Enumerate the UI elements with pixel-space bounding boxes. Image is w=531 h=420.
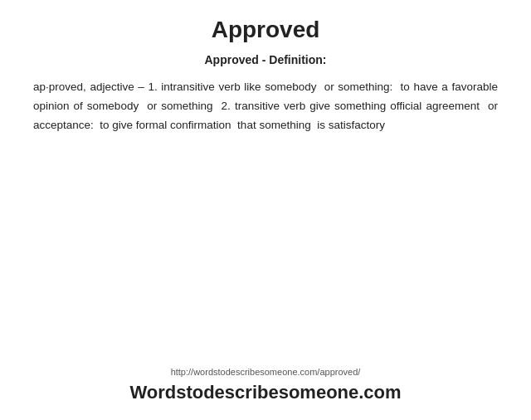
definition-body: ap·proved, adjective – 1. intransitive v… <box>33 78 498 135</box>
main-title: Approved <box>212 17 320 43</box>
definition-heading: Approved - Definition: <box>205 53 327 66</box>
page-wrapper: Approved Approved - Definition: ap·prove… <box>0 0 531 420</box>
footer-area: http://wordstodescribesomeone.com/approv… <box>129 367 401 412</box>
footer-url[interactable]: http://wordstodescribesomeone.com/approv… <box>171 367 361 377</box>
footer-site-name: Wordstodescribesomeone.com <box>129 382 401 403</box>
